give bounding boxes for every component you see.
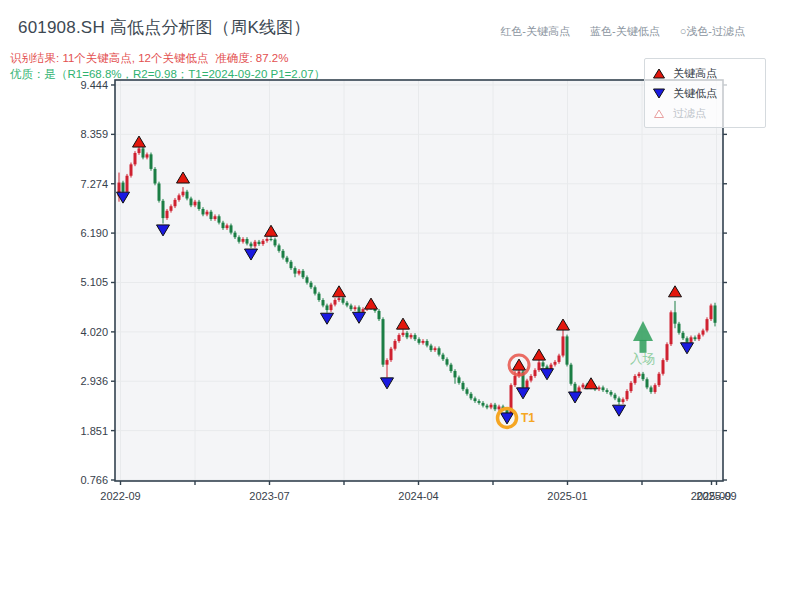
candle-body [626,391,629,399]
candle-body [618,398,621,402]
candle-body [542,362,545,366]
candle-body [170,206,173,211]
candle-body [166,211,169,218]
candle-body [274,239,277,245]
candle-body [494,405,497,410]
candle-body [694,337,697,339]
candle-body [490,405,493,408]
candle-body [554,362,557,365]
candle-body [378,311,381,319]
candle-body [294,268,297,273]
candle-body [486,406,489,408]
candle-body [474,398,477,401]
triangle-up-red-icon [653,68,665,79]
y-tick-label: 4.020 [80,326,108,338]
candle-body [282,251,285,258]
candle-body [346,303,349,306]
candle-body [270,239,273,240]
candle-body [690,337,693,342]
candle-body [702,331,705,335]
candle-body [562,336,565,355]
candle-body [662,360,665,374]
candle-body [158,183,161,200]
candle-body [530,376,533,381]
candle-body [198,202,201,209]
candle-body [246,239,249,244]
candle-body [210,212,213,219]
candle-body [194,202,197,206]
candle-body [146,154,149,157]
candle-body [154,169,157,184]
candle-body [454,371,457,377]
candle-body [238,237,241,242]
candle-body [566,336,569,364]
candle-body [682,333,685,338]
candle-body [278,245,281,250]
triangle-down-blue-icon [653,88,665,99]
candle-body [534,370,537,376]
candle-body [422,341,425,343]
y-tick-label: 8.359 [80,128,108,140]
candle-body [322,300,325,305]
y-tick-label: 7.274 [80,178,108,190]
candle-body [558,356,561,362]
candle-body [670,312,673,344]
candle-body [338,298,341,300]
candle-body [126,176,129,192]
candle-body [138,148,141,153]
candle-body [382,319,385,365]
candle-body [482,403,485,406]
candle-body [470,394,473,399]
candle-body [182,192,185,196]
candle-body [710,305,713,319]
candle-body [290,262,293,268]
candle-body [446,359,449,364]
candle-body [250,244,253,247]
candle-body [650,387,653,392]
entry-arrow-stem [640,340,647,353]
candle-body [330,305,333,310]
candle-body [434,348,437,350]
candle-body [526,381,529,388]
entry-label: 入场 [630,352,655,366]
candle-body [498,407,501,410]
x-tick-label: 2024-04 [398,490,438,502]
candle-body [354,307,357,309]
candle-body [442,355,445,360]
legend-item-filter: 过滤点 [653,103,757,123]
candle-body [318,294,321,300]
candle-body [258,242,261,244]
legend-label: 过滤点 [673,106,706,121]
candle-body [570,365,573,384]
candle-body [394,341,397,349]
candle-body [134,153,137,164]
candle-body [218,216,221,222]
candle-body [658,374,661,385]
candle-body [450,365,453,371]
candle-body [686,338,689,342]
x-tick-label: 2022-09 [100,490,140,502]
candle-body [582,385,585,388]
candle-body [646,379,649,387]
candle-body [578,387,581,392]
candle-body [706,319,709,330]
candle-body [414,335,417,339]
x-tick-label: 2023-07 [249,490,289,502]
legend-label: 关键高点 [673,66,717,81]
candle-body [222,223,225,228]
x-tick-label: 2025-01 [547,490,587,502]
candle-body [130,164,133,175]
candle-body [178,195,181,200]
candle-body [602,387,605,390]
candle-body [406,333,409,338]
candle-body [230,225,233,232]
candle-body [186,192,189,199]
candle-body [714,305,717,322]
y-tick-label: 6.190 [80,227,108,239]
candle-body [478,401,481,403]
legend-label: 关键低点 [673,86,717,101]
x-tick-label: 2025-09 [696,490,736,502]
candle-body [642,374,645,379]
candle-body [242,239,245,242]
candle-body [314,287,317,293]
